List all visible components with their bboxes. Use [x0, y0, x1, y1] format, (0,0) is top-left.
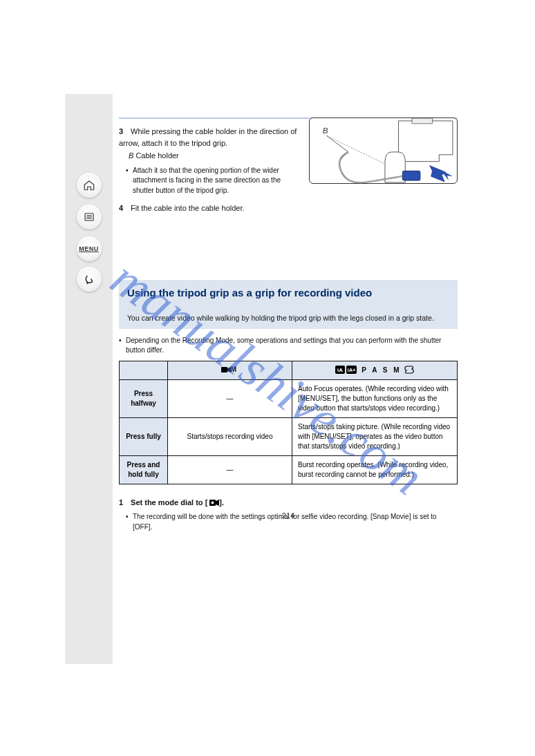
dial-step-number: 1 — [119, 497, 129, 509]
svg-point-11 — [212, 501, 214, 504]
table-row: Press halfway — Auto Focus operates. (Wh… — [120, 379, 458, 417]
menu-label: MENU — [79, 245, 99, 252]
row-mid-half: — — [168, 379, 292, 417]
table-row: Press fully Starts/stops recording video… — [120, 417, 458, 455]
mode-m-label: M — [231, 366, 238, 373]
table-row: Press and hold fully — Burst recording o… — [120, 455, 458, 484]
content: B 3 While pressing the cable h — [119, 117, 458, 535]
svg-text:iA: iA — [337, 367, 343, 373]
row-head-hold: Press and hold fully — [120, 455, 168, 484]
ia-icon: iA — [335, 366, 345, 375]
table-note: Depending on the Recording Mode, some op… — [119, 336, 458, 355]
section-title: Using the tripod grip as a grip for reco… — [127, 287, 449, 299]
menu-button[interactable]: MENU — [77, 236, 102, 261]
list-icon — [83, 211, 95, 223]
dial-step-text-b: ]. — [219, 498, 224, 507]
table-header-other-modes: iA iA+ P A S M — [292, 361, 458, 379]
home-button[interactable] — [77, 173, 102, 198]
custom-mode-icon — [404, 366, 414, 375]
back-icon — [83, 273, 95, 285]
mode-pasm-label: P A S M — [362, 366, 401, 374]
selfie-video-icon — [209, 498, 219, 510]
step-3-text-a: While pressing the cable holder in the d… — [119, 127, 297, 147]
page-number: 214 — [282, 511, 294, 520]
dial-step-text-a: Set the mode dial to [ — [131, 498, 207, 507]
sidebar: MENU — [65, 94, 113, 664]
callout-b-label: B — [323, 126, 328, 135]
step-4: 4 Fit the cable into the cable holder. — [119, 202, 458, 214]
step-4-number: 4 — [119, 202, 129, 214]
step-4-text: Fit the cable into the cable holder. — [131, 204, 245, 212]
section-band: Using the tripod grip as a grip for reco… — [119, 280, 458, 329]
table-header-video-m: M — [168, 361, 292, 379]
dial-step: 1 Set the mode dial to [ ]. — [119, 497, 458, 510]
svg-rect-5 — [221, 367, 227, 372]
ia-plus-icon: iA+ — [346, 366, 357, 375]
row-right-hold: Burst recording operates. (While recordi… — [292, 455, 458, 484]
step-3-label-b: Cable holder — [135, 151, 178, 160]
step-3-number: 3 — [119, 126, 129, 138]
table-header-row: M iA iA+ P A S M — [120, 361, 458, 379]
home-icon — [83, 179, 95, 191]
table-header-empty — [120, 361, 168, 379]
callout-b-inline: B — [129, 151, 133, 160]
row-right-half: Auto Focus operates. (While recording vi… — [292, 379, 458, 417]
mode-table: M iA iA+ P A S M Press halfway — [119, 361, 458, 484]
row-head-half: Press halfway — [120, 379, 168, 417]
row-right-full: Starts/stops taking picture. (While reco… — [292, 417, 458, 455]
svg-text:iA+: iA+ — [348, 367, 357, 373]
list-button[interactable] — [77, 205, 102, 229]
video-camera-icon — [221, 366, 231, 375]
row-mid-full: Starts/stops recording video — [168, 417, 292, 455]
row-mid-hold: — — [168, 455, 292, 484]
step-3-bullet: Attach it so that the opening portion of… — [119, 166, 458, 196]
row-head-full: Press fully — [120, 417, 168, 455]
back-button[interactable] — [77, 267, 102, 292]
section-line: You can create video while walking by ho… — [127, 314, 449, 322]
